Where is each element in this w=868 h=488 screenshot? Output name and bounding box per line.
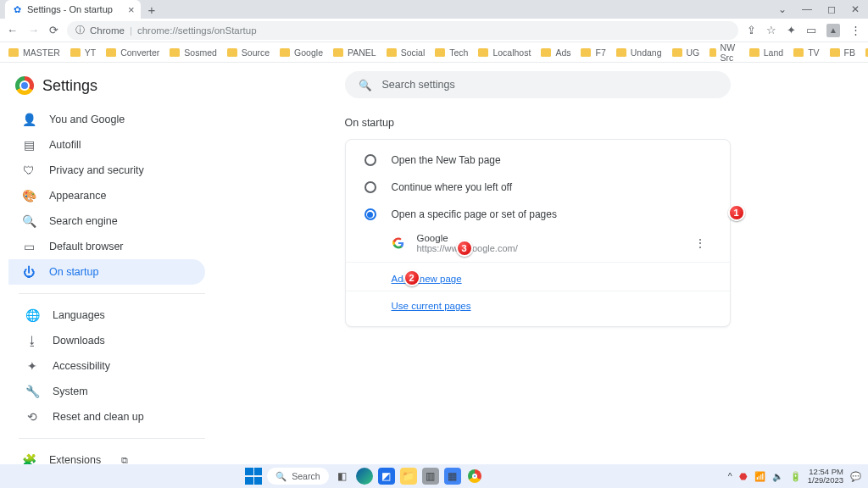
sidebar-item-system[interactable]: 🔧System	[12, 379, 205, 404]
sidebar-item-downloads[interactable]: ⭳Downloads	[12, 328, 205, 353]
close-tab-icon[interactable]: ×	[128, 4, 135, 15]
wifi-icon[interactable]: 📶	[754, 471, 765, 482]
reading-list-icon[interactable]: ▭	[806, 24, 816, 36]
bookmark-item[interactable]: TV	[793, 47, 819, 58]
bookmark-item[interactable]: Converter	[106, 47, 159, 58]
bookmark-item[interactable]: Google	[280, 47, 323, 58]
bookmark-item[interactable]: FB	[830, 47, 855, 58]
app-icon[interactable]: ◩	[378, 468, 395, 485]
radio-new-tab[interactable]: Open the New Tab page	[346, 147, 730, 174]
reload-icon[interactable]: ⟳	[49, 24, 58, 36]
use-current-pages-link[interactable]: Use current pages	[346, 295, 730, 313]
sidebar-item-accessibility[interactable]: ✦Accessibility	[12, 353, 205, 379]
folder-icon	[709, 48, 715, 57]
search-icon: 🔍	[275, 471, 287, 482]
radio-specific-pages[interactable]: Open a specific page or set of pages 1	[346, 201, 730, 228]
kebab-menu-icon[interactable]: ⋮	[850, 24, 861, 36]
bookmark-item[interactable]: F7	[581, 47, 605, 58]
tray-icon[interactable]: ⬣	[739, 471, 748, 481]
startup-card: Open the New Tab page Continue where you…	[345, 139, 731, 327]
folder-icon	[478, 48, 488, 57]
new-tab-button[interactable]: +	[147, 3, 155, 17]
bookmark-item[interactable]: PANEL	[333, 47, 376, 58]
edge-icon[interactable]	[356, 468, 373, 485]
startup-page-row: Google https://www.google.com/ ⋮ 3	[346, 228, 730, 263]
battery-icon[interactable]: 🔋	[790, 471, 801, 482]
taskbar-clock[interactable]: 12:54 PM 1/29/2023	[808, 468, 843, 485]
bookmark-item[interactable]: UG	[672, 47, 700, 58]
close-window-icon[interactable]: ✕	[851, 3, 860, 15]
folder-icon	[830, 48, 840, 57]
download-icon: ⭳	[25, 334, 39, 347]
search-settings-input[interactable]: 🔍 Search settings	[345, 71, 731, 98]
bookmark-item[interactable]: MASTER	[8, 47, 60, 58]
folder-icon	[280, 48, 290, 57]
annotation-badge: 3	[456, 240, 473, 257]
sidebar-item-autofill[interactable]: ▤Autofill	[8, 132, 205, 158]
notifications-icon[interactable]: 💬	[850, 471, 861, 482]
bookmark-item[interactable]: Source	[227, 47, 270, 58]
folder-icon	[170, 48, 180, 57]
settings-sidebar: Settings 👤You and Google ▤Autofill 🛡Priv…	[0, 63, 212, 464]
kebab-menu-icon[interactable]: ⋮	[694, 236, 706, 250]
sidebar-item-search-engine[interactable]: 🔍Search engine	[8, 208, 205, 234]
app-icon[interactable]: ▦	[444, 468, 461, 485]
bookmark-item[interactable]: Land	[749, 47, 783, 58]
bookmark-item[interactable]: Undang	[616, 47, 662, 58]
search-icon: 🔍	[22, 214, 36, 228]
globe-icon: 🌐	[25, 308, 39, 322]
bookmark-item[interactable]: Social	[387, 47, 426, 58]
file-explorer-icon[interactable]: 📁	[400, 468, 417, 485]
bookmarks-bar: MASTER YT Converter Sosmed Source Google…	[0, 42, 868, 63]
settings-brand: Settings	[8, 71, 205, 107]
start-button[interactable]	[245, 468, 262, 485]
sidebar-item-languages[interactable]: 🌐Languages	[12, 302, 205, 328]
avatar-button[interactable]: ▲	[826, 24, 840, 37]
star-icon[interactable]: ☆	[766, 24, 776, 36]
task-view-icon[interactable]: ◧	[334, 468, 351, 485]
extensions-icon[interactable]: ✦	[787, 24, 796, 36]
taskbar-search[interactable]: 🔍Search	[267, 468, 328, 485]
add-new-page-link[interactable]: Add a new page 2	[346, 268, 730, 286]
app-icon[interactable]: ▥	[422, 468, 439, 485]
volume-icon[interactable]: 🔈	[772, 471, 783, 482]
folder-icon	[749, 48, 760, 57]
chrome-taskbar-icon[interactable]	[466, 468, 483, 485]
folder-icon	[672, 48, 682, 57]
sidebar-item-you-and-google[interactable]: 👤You and Google	[8, 107, 205, 132]
radio-icon	[364, 181, 376, 193]
sidebar-item-appearance[interactable]: 🎨Appearance	[8, 183, 205, 208]
folder-icon	[333, 48, 343, 57]
settings-content: 🔍 Search settings On startup Open the Ne…	[212, 63, 868, 464]
bookmark-item[interactable]: NW Src	[709, 42, 739, 63]
address-bar[interactable]: ⓘ Chrome | chrome://settings/onStartup	[67, 21, 738, 40]
autofill-icon: ▤	[22, 138, 36, 152]
search-icon: 🔍	[359, 79, 372, 92]
back-icon[interactable]: ←	[7, 24, 18, 36]
bookmark-item[interactable]: Localhost	[478, 47, 531, 58]
person-icon: 👤	[22, 113, 36, 126]
minimize-icon[interactable]: —	[802, 3, 812, 15]
tray-chevron-icon[interactable]: ^	[728, 471, 732, 481]
forward-icon: →	[28, 24, 39, 36]
share-icon[interactable]: ⇪	[747, 24, 756, 36]
bookmark-item[interactable]: Ads	[541, 47, 570, 58]
maximize-icon[interactable]: ◻	[827, 3, 836, 15]
folder-icon	[435, 48, 445, 57]
sidebar-item-privacy[interactable]: 🛡Privacy and security	[8, 158, 205, 183]
sidebar-item-default-browser[interactable]: ▭Default browser	[8, 234, 205, 259]
bookmark-item[interactable]: Tech	[435, 47, 468, 58]
radio-icon	[364, 208, 376, 220]
sidebar-item-on-startup[interactable]: ⏻On startup	[8, 259, 205, 285]
site-info-icon[interactable]: ⓘ	[75, 24, 85, 36]
bookmark-item[interactable]: Sosmed	[170, 47, 217, 58]
tab-title: Settings - On startup	[27, 4, 113, 14]
radio-continue[interactable]: Continue where you left off	[346, 174, 730, 201]
shield-icon: 🛡	[22, 164, 36, 177]
browser-icon: ▭	[22, 240, 36, 253]
chrome-logo-icon	[15, 76, 34, 95]
browser-tab[interactable]: ✿ Settings - On startup ×	[5, 0, 141, 19]
chevron-down-icon[interactable]: ⌄	[778, 3, 787, 15]
bookmark-item[interactable]: YT	[70, 47, 96, 58]
sidebar-item-reset[interactable]: ⟲Reset and clean up	[12, 404, 205, 430]
